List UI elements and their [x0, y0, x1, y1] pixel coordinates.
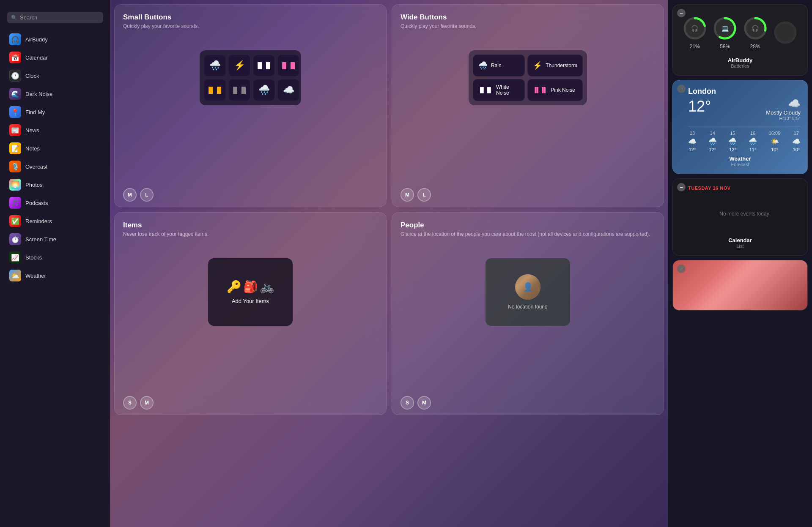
sidebar-label-screentime: Screen Time — [25, 236, 56, 243]
wide-btn-whitenoise[interactable]: ▐▌▐▌ White Noise — [473, 79, 525, 101]
battery-circle-right: 🎧 — [743, 16, 768, 41]
battery-circle-empty — [773, 20, 798, 45]
search-box[interactable]: 🔍 Search — [7, 12, 103, 23]
weather-high-low: H:13° L:5° — [766, 116, 801, 121]
weather-panel: − London 12° ☁️ Mostly Cloudy H:13° L:5°… — [672, 80, 808, 174]
weather-location: London — [688, 87, 801, 96]
wide-btn-thunder[interactable]: ⚡ Thunderstorm — [527, 55, 583, 76]
wide-btn-rain[interactable]: 🌧️ Rain — [473, 55, 525, 76]
search-label: Search — [20, 14, 37, 21]
battery-item-case: 💻 58% — [712, 16, 738, 49]
avatar-s: S — [123, 396, 137, 410]
sound-btn-thunder[interactable]: ⚡ — [228, 55, 250, 76]
items-avatar-row: S M — [123, 381, 378, 410]
avatar-m3: M — [140, 396, 154, 410]
search-icon: 🔍 — [11, 15, 17, 21]
sidebar-label-weather: Weather — [25, 273, 46, 279]
sidebar-label-findmy: Find My — [25, 109, 45, 115]
forecast-item: 14 🌧️ 12° — [708, 131, 717, 152]
calendar-date-header: TUESDAY 16 NOV — [688, 186, 801, 191]
avatar-l: L — [140, 188, 154, 202]
small-buttons-avatar-row: M L — [123, 173, 378, 202]
sidebar-icon-weather: ⛅ — [9, 270, 21, 281]
avatar-m2: M — [401, 188, 414, 202]
sidebar-item-notes[interactable]: 📝 Notes — [3, 139, 107, 157]
sound-btn-8[interactable]: ☁️ — [277, 79, 299, 101]
sidebar-item-podcasts[interactable]: 🎵 Podcasts — [3, 194, 107, 212]
sidebar-icon-screentime: ⏱️ — [9, 233, 21, 245]
calendar-panel: − TUESDAY 16 NOV No more events today Ca… — [672, 178, 808, 256]
sidebar-icon-airbuddy: 🎧 — [9, 33, 21, 45]
search-container: 🔍 Search — [0, 8, 110, 30]
sidebar-icon-news: 📰 — [9, 124, 21, 136]
forecast-item: 16:09 🌤️ 10° — [769, 131, 781, 152]
small-sound-grid: 🌧️ ⚡ ▐▌▐▌ ▐▌▐▌ ▐▌▐▌ ▐▌▐▌ 🌧️ ☁️ — [200, 50, 301, 105]
sidebar-label-news: News — [25, 127, 39, 134]
sidebar-items-list: 🎧 AirBuddy 📅 Calendar 🕐 Clock 🌊 Dark Noi… — [0, 30, 110, 284]
sidebar-label-reminders: Reminders — [25, 218, 52, 224]
sidebar-label-stocks: Stocks — [25, 254, 42, 261]
sidebar-item-stocks[interactable]: 📈 Stocks — [3, 248, 107, 266]
airbuddy-subtitle: Batteries — [680, 63, 801, 68]
sound-btn-rain[interactable]: 🌧️ — [204, 55, 226, 76]
sidebar-label-podcasts: Podcasts — [25, 200, 48, 206]
airbuddy-title: AirBuddy — [680, 57, 801, 63]
forecast-item: 13 ☁️ 12° — [688, 131, 697, 152]
items-preview-box[interactable]: 🔑🎒🚲 Add Your Items — [208, 258, 293, 326]
sidebar-item-weather[interactable]: ⛅ Weather — [3, 267, 107, 284]
sound-btn-7[interactable]: 🌧️ — [253, 79, 275, 101]
no-location-label: No location found — [508, 304, 547, 310]
people-preview-box: 👤 No location found — [486, 258, 570, 326]
sidebar-label-calendar: Calendar — [25, 55, 48, 61]
right-panel: − 🎧 21% — [668, 0, 812, 527]
items-title: Items — [123, 221, 378, 229]
sidebar-icon-reminders: ✅ — [9, 215, 21, 227]
forecast-item: 17 ☁️ 10° — [792, 131, 801, 152]
battery-circle-case: 💻 — [712, 16, 738, 41]
person-avatar: 👤 — [515, 274, 540, 300]
sidebar-item-calendar[interactable]: 📅 Calendar — [3, 49, 107, 66]
people-card: People Glance at the location of the peo… — [392, 212, 664, 415]
bottom-panel-remove-button[interactable]: − — [677, 265, 686, 273]
weather-forecast-row: 13 ☁️ 12° 14 🌧️ 12° 15 🌧️ 12° 16 🌧️ 11° … — [688, 126, 801, 152]
sidebar-icon-findmy: 📍 — [9, 106, 21, 118]
avatar-m: M — [123, 188, 137, 202]
weather-remove-button[interactable]: − — [677, 85, 686, 93]
sidebar-label-photos: Photos — [25, 182, 42, 188]
sidebar-item-news[interactable]: 📰 News — [3, 121, 107, 139]
bottom-image-panel: − — [672, 260, 808, 311]
battery-right-percent: 28% — [750, 44, 760, 49]
calendar-remove-button[interactable]: − — [677, 183, 686, 191]
items-subtitle: Never lose track of your tagged items. — [123, 231, 378, 237]
sidebar-icon-overcast: 🎙️ — [9, 161, 21, 172]
battery-row: 🎧 21% 💻 58% — [680, 11, 801, 54]
sidebar-item-airbuddy[interactable]: 🎧 AirBuddy — [3, 30, 107, 48]
sidebar-item-screentime[interactable]: ⏱️ Screen Time — [3, 230, 107, 248]
avatar-s2: S — [401, 396, 414, 410]
sidebar-item-findmy[interactable]: 📍 Find My — [3, 103, 107, 121]
people-title: People — [401, 221, 655, 229]
sidebar-label-darknoise: Dark Noise — [25, 91, 52, 97]
wide-buttons-avatar-row: M L — [401, 173, 655, 202]
sidebar-item-reminders[interactable]: ✅ Reminders — [3, 212, 107, 230]
sound-btn-whitenoise[interactable]: ▐▌▐▌ — [253, 55, 275, 76]
forecast-item: 16 🌧️ 11° — [749, 131, 757, 152]
sidebar: 🔍 Search 🎧 AirBuddy 📅 Calendar 🕐 Clock 🌊… — [0, 0, 110, 527]
sound-btn-5[interactable]: ▐▌▐▌ — [204, 79, 226, 101]
sidebar-label-notes: Notes — [25, 145, 40, 152]
sidebar-item-darknoise[interactable]: 🌊 Dark Noise — [3, 85, 107, 103]
sidebar-item-photos[interactable]: 🌅 Photos — [3, 176, 107, 194]
small-buttons-subtitle: Quickly play your favorite sounds. — [123, 23, 378, 29]
sidebar-label-clock: Clock — [25, 73, 39, 79]
sidebar-item-overcast[interactable]: 🎙️ Overcast — [3, 158, 107, 175]
calendar-footer-subtitle: List — [680, 243, 801, 248]
sound-btn-pinknoise[interactable]: ▐▌▐▌ — [277, 55, 299, 76]
main-content: Small Buttons Quickly play your favorite… — [110, 0, 668, 527]
wide-btn-pinknoise[interactable]: ▐▌▐▌ Pink Noise — [527, 79, 583, 101]
avatar-l2: L — [417, 188, 431, 202]
sound-btn-6[interactable]: ▐▌▐▌ — [228, 79, 250, 101]
avatar-m4: M — [417, 396, 431, 410]
weather-cloud-icon: ☁️ — [766, 98, 801, 109]
battery-item-right: 🎧 28% — [743, 16, 768, 49]
sidebar-item-clock[interactable]: 🕐 Clock — [3, 67, 107, 85]
